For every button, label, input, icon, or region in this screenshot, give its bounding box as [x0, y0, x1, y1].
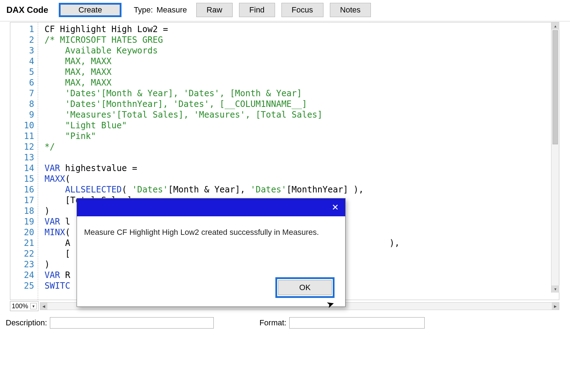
scroll-up-arrow[interactable]: ▲ [551, 22, 559, 30]
dialog-titlebar[interactable]: ✕ [77, 198, 345, 216]
zoom-value: 100% [12, 303, 28, 310]
scroll-thumb[interactable] [553, 30, 558, 144]
toolbar: DAX Code Create Type: Measure Raw Find F… [0, 0, 570, 21]
focus-button[interactable]: Focus [281, 3, 323, 17]
type-label: Type: [134, 5, 153, 15]
description-input[interactable] [50, 317, 214, 329]
message-dialog: ✕ Measure CF Highlight High Low2 created… [77, 198, 346, 307]
find-button[interactable]: Find [239, 3, 275, 17]
description-label: Description: [6, 318, 47, 327]
ok-highlight: OK [275, 277, 335, 298]
vertical-scrollbar[interactable]: ▲ ▼ [551, 22, 559, 293]
notes-button[interactable]: Notes [330, 3, 371, 17]
dialog-message: Measure CF Highlight High Low2 created s… [77, 216, 345, 237]
scroll-left-arrow[interactable]: ◀ [40, 303, 47, 310]
ok-button[interactable]: OK [278, 280, 332, 295]
line-gutter: 1234567891011121314151617181920212223242… [10, 22, 38, 300]
type-value: Measure [156, 5, 187, 15]
close-icon[interactable]: ✕ [332, 202, 339, 212]
footer: Description: Format: [6, 317, 559, 329]
zoom-dropdown-icon[interactable]: ▼ [30, 303, 37, 309]
format-label: Format: [259, 318, 286, 327]
type-group: Type: Measure [134, 5, 187, 15]
scroll-down-arrow[interactable]: ▼ [551, 285, 559, 293]
raw-button[interactable]: Raw [196, 3, 233, 17]
scroll-right-arrow[interactable]: ▶ [552, 303, 559, 310]
zoom-control[interactable]: 100% ▼ [10, 301, 38, 311]
create-button[interactable]: Create [59, 3, 121, 17]
format-input[interactable] [289, 317, 425, 329]
app-title: DAX Code [6, 5, 48, 15]
